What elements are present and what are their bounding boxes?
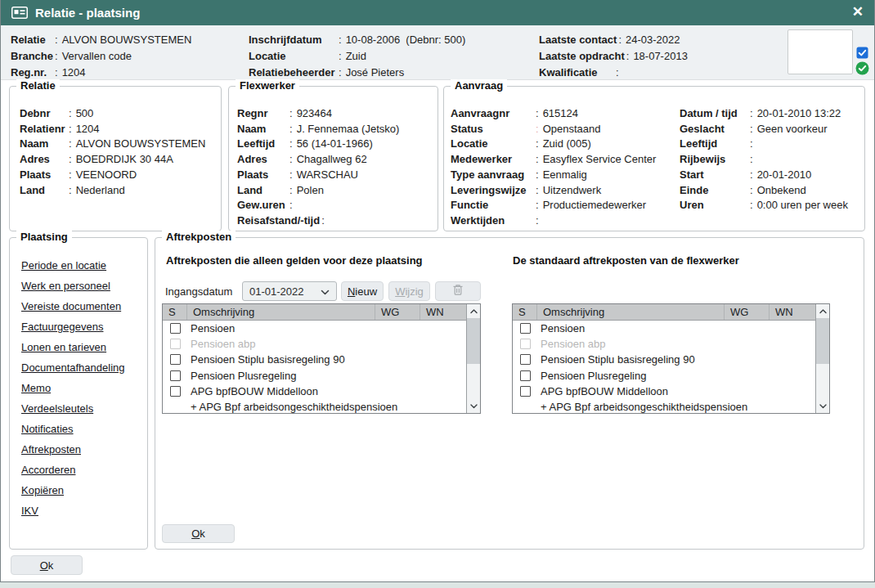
row-checkbox[interactable] <box>170 386 181 397</box>
field-label: Rijbewijs <box>680 152 748 168</box>
field-value: 1204 <box>62 65 86 81</box>
scrollbar[interactable] <box>466 304 480 413</box>
row-checkbox[interactable] <box>170 339 181 349</box>
wijzig-button[interactable]: Wijzig <box>388 281 430 301</box>
sidebar-link-factuurgegevens[interactable]: Factuurgegevens <box>21 321 147 341</box>
nieuw-button[interactable]: Nieuw <box>341 281 384 301</box>
sidebar-link-aftrekposten[interactable]: Aftrekposten <box>21 443 147 464</box>
table-row[interactable]: APG bpfBOUW Middelloon <box>163 384 466 399</box>
row-checkbox[interactable] <box>520 323 531 334</box>
sidebar-link-vereiste-documenten[interactable]: Vereiste documenten <box>21 300 147 321</box>
field-value: 20-01-2010 13:22 <box>757 106 841 122</box>
table-row[interactable]: Pensioen Stiplu basisregeling 90 <box>163 352 466 367</box>
field-value: Eenmalig <box>543 168 587 183</box>
sidebar-link-werk-en-personeel[interactable]: Werk en personeel <box>21 280 147 300</box>
info-column-2: Inschrijfdatum : 10-08-2006 (Debnr: 500)… <box>249 32 465 81</box>
field-row: Status:Openstaand <box>451 122 680 137</box>
status-colon: : <box>536 122 539 137</box>
colon: : <box>536 137 539 152</box>
sidebar-link-ikv[interactable]: IKV <box>21 505 147 525</box>
table-row[interactable]: + APG Bpf arbeidsongeschiktheidspensioen <box>513 399 815 413</box>
groupbox-title: Flexwerker <box>236 79 299 92</box>
colon: : <box>289 106 293 122</box>
colon: : <box>750 168 753 183</box>
scroll-down-icon[interactable] <box>816 400 829 412</box>
button-label: ijzig <box>405 285 423 298</box>
table-row[interactable]: + APG Bpf arbeidsongeschiktheidspensioen <box>163 399 466 413</box>
table-row[interactable]: Pensioen <box>513 321 815 336</box>
checkbox-cell <box>513 370 537 381</box>
table-body: Pensioen Pensioen abp Pensioen Stiplu ba… <box>163 321 466 413</box>
row-label: Pensioen Stiplu basisregeling 90 <box>537 353 815 366</box>
field-label: Naam <box>237 122 288 137</box>
scrollbar[interactable] <box>815 304 829 413</box>
field-row: Rijbewijs: <box>680 152 864 168</box>
hotkey-letter: W <box>395 285 405 298</box>
dialog-ok-button[interactable]: Ok <box>11 555 83 575</box>
aanvraag-left-column: Aanvraagnr:615124 Status:Openstaand Loca… <box>444 106 680 229</box>
info-bar: Relatie : ALVON BOUWSYSTEMEN Branche : V… <box>1 25 874 80</box>
table-row[interactable]: Pensioen Stiplu basisregeling 90 <box>513 352 815 367</box>
sidebar-link-documentafhandeling[interactable]: Documentafhandeling <box>21 361 147 382</box>
table-row[interactable]: Pensioen abp <box>513 336 815 352</box>
sidebar-link-lonen-en-tarieven[interactable]: Lonen en tarieven <box>21 341 147 361</box>
row-checkbox[interactable] <box>520 386 531 397</box>
table-row[interactable]: Pensioen Plusregeling <box>163 368 466 384</box>
colon: : <box>750 137 753 152</box>
field-value: Zuid (005) <box>543 137 591 152</box>
close-icon[interactable]: ✕ <box>852 3 864 21</box>
column-header-wn: WN <box>420 304 466 320</box>
scroll-up-icon[interactable] <box>467 305 480 317</box>
scrollbar-thumb[interactable] <box>816 318 829 364</box>
aftrekposten-ok-button[interactable]: Ok <box>162 524 235 543</box>
sidebar-link-notificaties[interactable]: Notificaties <box>21 423 147 443</box>
aanvraag-right-column: Datum / tijd:20-01-2010 13:22 Geslacht:G… <box>680 106 864 229</box>
row-checkbox[interactable] <box>520 370 531 381</box>
scroll-down-icon[interactable] <box>467 400 480 412</box>
field-label: Geslacht <box>680 122 748 137</box>
delete-button[interactable] <box>435 281 481 301</box>
sidebar-link-accorderen[interactable]: Accorderen <box>21 464 147 484</box>
field-value: 56 (14-01-1966) <box>297 137 373 152</box>
checkbox-cell <box>513 386 537 397</box>
field-row: Reisafstand/-tijd: <box>237 213 438 229</box>
field-label: Adres <box>237 152 288 168</box>
table-row[interactable]: Pensioen <box>163 321 466 336</box>
colon: : <box>289 198 293 213</box>
table-row[interactable]: APG bpfBOUW Middelloon <box>513 384 815 399</box>
standard-aftrekposten-heading: De standaard aftrekposten van de flexwer… <box>513 254 739 267</box>
row-checkbox[interactable] <box>170 354 181 365</box>
sidebar-link-kopieren[interactable]: Kopiëren <box>21 484 147 505</box>
info-row: Relatiebeheerder : José Pieters <box>249 65 465 81</box>
green-check-circle-icon[interactable] <box>855 61 869 75</box>
column-header-s: S <box>513 304 537 320</box>
field-value: 615124 <box>543 106 578 122</box>
flexwerker-fields: Regnr:923464 Naam:J. Fennemaa (Jetsko) L… <box>229 87 438 229</box>
row-checkbox[interactable] <box>520 339 531 349</box>
colon: : <box>289 168 293 183</box>
button-label: k <box>48 559 54 572</box>
sidebar-link-periode-en-locatie[interactable]: Periode en locatie <box>21 259 147 280</box>
row-label: Pensioen <box>187 322 466 334</box>
colon: : <box>339 65 342 81</box>
scrollbar-thumb[interactable] <box>467 318 480 364</box>
field-value: Productiemedewerker <box>543 198 646 213</box>
ingangsdatum-dropdown[interactable]: 01-01-2022 <box>242 281 337 301</box>
contact-card-icon <box>11 7 28 19</box>
table-row[interactable]: Pensioen Plusregeling <box>513 368 815 384</box>
field-value: Nederland <box>76 183 125 199</box>
table-row[interactable]: Pensioen abp <box>163 336 466 352</box>
checkbox-cell <box>513 339 537 349</box>
row-checkbox[interactable] <box>520 354 531 365</box>
sidebar-link-memo[interactable]: Memo <box>21 382 147 402</box>
field-label: Functie <box>451 198 534 213</box>
row-checkbox[interactable] <box>170 370 181 381</box>
scroll-up-icon[interactable] <box>816 305 829 317</box>
sidebar-link-verdeelsleutels[interactable]: Verdeelsleutels <box>21 402 147 423</box>
field-label: Debnr <box>20 106 67 122</box>
field-label: Relatienr <box>20 122 67 137</box>
colon: : <box>536 106 539 122</box>
placement-aftrekposten-table: S Omschrijving WG WN Pensioen Pensioen a… <box>162 303 481 414</box>
blue-checkbox-icon[interactable] <box>856 47 868 59</box>
row-checkbox[interactable] <box>170 323 181 334</box>
